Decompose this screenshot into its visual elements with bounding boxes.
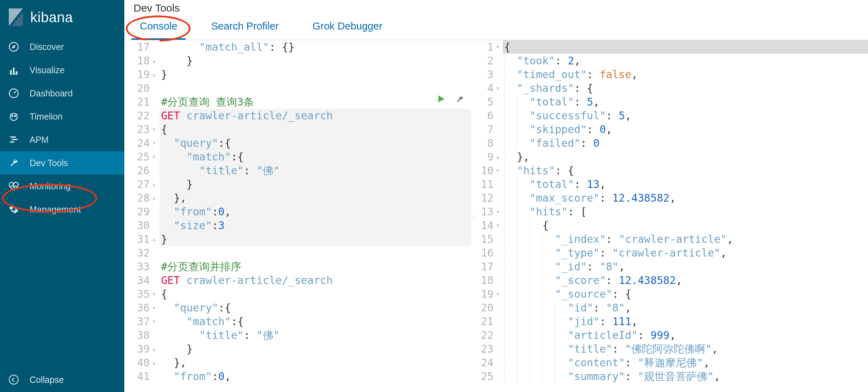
output-gutter: 1▾2 3 4▾5 6 7 8 9▴10▾11 12 13▾14▾15 16 1… <box>477 40 503 392</box>
sidebar-item-dev-tools[interactable]: Dev Tools <box>0 151 124 175</box>
gauge-icon <box>8 87 20 99</box>
wrench-icon <box>8 157 20 169</box>
svg-point-15 <box>9 375 18 384</box>
compass-icon <box>8 41 20 53</box>
tab-search-profiler[interactable]: Search Profiler <box>203 15 287 40</box>
svg-rect-14 <box>10 141 14 143</box>
editor-gutter: 17 18▴19▴20 21 22 23▾24▾25▾26 27▴28▴29 3… <box>124 40 160 392</box>
sidebar-item-management[interactable]: Management <box>0 198 124 221</box>
collapse-label: Collapse <box>30 375 64 385</box>
sidebar-item-timelion[interactable]: Timelion <box>0 105 124 128</box>
sidebar-item-label: Discover <box>30 42 64 52</box>
tab-console[interactable]: Console <box>131 15 186 40</box>
timelion-icon <box>8 110 20 122</box>
response-viewer: 1▾2 3 4▾5 6 7 8 9▴10▾11 12 13▾14▾15 16 1… <box>477 40 868 392</box>
sidebar-item-label: Dashboard <box>30 88 73 99</box>
svg-line-8 <box>14 91 16 93</box>
collapse-icon <box>8 374 20 386</box>
svg-marker-2 <box>12 45 16 49</box>
sidebar-collapse[interactable]: Collapse <box>0 367 124 392</box>
output-code[interactable]: { "took": 2, "timed_out": false, "_shard… <box>503 40 868 392</box>
svg-marker-16 <box>438 95 444 102</box>
sidebar-item-label: Visualize <box>30 65 65 75</box>
sidebar-item-dashboard[interactable]: Dashboard <box>0 82 124 105</box>
main: Dev Tools Console Search Profiler Grok D… <box>124 0 868 392</box>
apm-icon <box>8 134 20 146</box>
sidebar-item-visualize[interactable]: Visualize <box>0 58 124 82</box>
svg-point-10 <box>12 115 13 116</box>
run-icon[interactable] <box>436 93 447 103</box>
sidebar-nav: Discover Visualize Dashboard Timelion AP… <box>0 35 124 221</box>
svg-rect-4 <box>13 68 15 74</box>
kibana-logo-icon <box>7 8 25 26</box>
tabs: Console Search Profiler Grok Debugger <box>124 15 868 40</box>
pane-divider[interactable]: ⋮ <box>471 40 477 392</box>
svg-rect-5 <box>16 71 18 74</box>
tab-grok-debugger[interactable]: Grok Debugger <box>304 15 391 40</box>
svg-rect-13 <box>12 139 17 140</box>
svg-point-11 <box>14 115 16 116</box>
sidebar: kibana Discover Visualize Dashboard Time… <box>0 0 124 392</box>
sidebar-item-discover[interactable]: Discover <box>0 35 124 58</box>
brand-label: kibana <box>30 10 73 25</box>
page-title: Dev Tools <box>124 0 868 15</box>
workspace: 17 18▴19▴20 21 22 23▾24▾25▾26 27▴28▴29 3… <box>124 40 868 392</box>
sidebar-item-apm[interactable]: APM <box>0 128 124 151</box>
sidebar-item-label: Monitoring <box>30 181 71 191</box>
sidebar-item-label: Dev Tools <box>30 158 68 168</box>
sidebar-item-label: Management <box>30 204 81 215</box>
editor-code[interactable]: "match_all": {} }}#分页查询 查询3条GET crawler-… <box>160 40 471 392</box>
sidebar-item-label: Timelion <box>30 112 63 122</box>
bar-chart-icon <box>8 64 20 76</box>
sidebar-item-label: APM <box>30 135 49 145</box>
sidebar-item-monitoring[interactable]: Monitoring <box>0 175 124 198</box>
svg-rect-12 <box>10 137 16 138</box>
editor-actions <box>436 93 466 103</box>
wrench-icon[interactable] <box>455 93 466 103</box>
gear-icon <box>8 203 20 215</box>
brand[interactable]: kibana <box>0 0 124 35</box>
svg-rect-3 <box>10 70 12 74</box>
svg-rect-6 <box>10 74 18 75</box>
request-editor[interactable]: 17 18▴19▴20 21 22 23▾24▾25▾26 27▴28▴29 3… <box>124 40 471 392</box>
heartbeat-icon <box>8 180 20 192</box>
